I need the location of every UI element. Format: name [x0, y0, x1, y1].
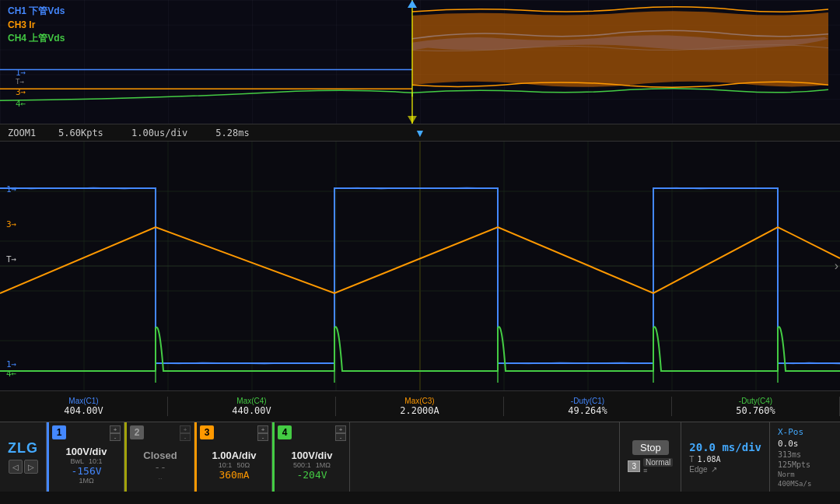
- meas-duty-c1-label: -Duty(C1): [504, 397, 671, 405]
- trigger-t-label: T: [689, 455, 694, 464]
- trigger-t-value: 1.08A: [697, 455, 720, 464]
- meas-max-c1-label: Max(C1): [0, 397, 167, 405]
- ch4-minus[interactable]: -: [335, 433, 346, 441]
- ch4-sub1: 500:1: [293, 461, 311, 469]
- ch1-badge: 1: [52, 425, 66, 439]
- ch3-plus[interactable]: +: [257, 425, 268, 433]
- xpos-label: X-Pos: [778, 427, 832, 437]
- ch4-div: 100V/div: [292, 450, 333, 461]
- stop-section: Stop 3 Normal ≡: [620, 422, 681, 492]
- ch1-plus[interactable]: +: [110, 425, 121, 433]
- meas-max-c3-value: 2.2000A: [336, 405, 503, 416]
- zlg-logo-section: ZLG ◁ ▷: [0, 422, 47, 492]
- overview-waveform-svg: [0, 0, 840, 124]
- normal-mode-text: Normal ≡: [643, 458, 673, 474]
- ch4-legend-label: CH4 上管Vds: [8, 32, 65, 45]
- ch4-badge: 4: [278, 425, 292, 439]
- t-arrow-overview: T→: [16, 78, 24, 86]
- meas-max-c4: Max(C4) 440.00V: [168, 397, 336, 416]
- stop-button[interactable]: Stop: [632, 440, 669, 455]
- mode-display: 3 Normal ≡: [628, 458, 673, 474]
- ch3-sub1: 10:1: [219, 461, 233, 469]
- zlg-logo: ZLG: [8, 440, 38, 457]
- right-controls-area: Stop 3 Normal ≡ 20.0 ms/div T 1.08A: [619, 422, 840, 492]
- ch1-pm[interactable]: + -: [110, 425, 121, 441]
- status-spacer: [350, 422, 619, 492]
- ch3-div: 1.00A/div: [212, 450, 256, 461]
- zoom-info: ZOOM1 5.60Kpts 1.00us/div 5.28ms: [8, 128, 250, 138]
- ch1-sub2: 10:1: [89, 457, 103, 465]
- meas-max-c4-value: 440.00V: [168, 405, 335, 416]
- nav-left-btn[interactable]: ◁: [9, 460, 23, 474]
- ch2-sub: ..: [158, 473, 162, 481]
- ch3-offset: 360mA: [219, 469, 249, 481]
- meas-max-c4-label: Max(C4): [168, 397, 335, 405]
- ch1-minus[interactable]: -: [110, 433, 121, 441]
- ch1-sub3: 1MΩ: [79, 477, 93, 485]
- time-div-section: 20.0 ms/div T 1.08A Edge ↗: [681, 422, 770, 492]
- ch2-badge: 2: [130, 425, 144, 439]
- measurement-bar: Max(C1) 404.00V Max(C4) 440.00V Max(C3) …: [0, 390, 840, 422]
- overview-area: CH1 下管Vds CH3 Ir CH4 上管Vds 1→ 3→ 4← T→: [0, 0, 840, 124]
- status-bar: ZLG ◁ ▷ 1 100V/div BwL 10:1 -156V 1MΩ + …: [0, 422, 840, 492]
- zoom-waveform-svg: [0, 142, 840, 390]
- ch1-sub1: BwL: [70, 457, 84, 465]
- overview-legend: CH1 下管Vds CH3 Ir CH4 上管Vds: [8, 5, 65, 45]
- ch1-arrow-overview: 1→: [16, 68, 26, 78]
- norm-label: Norm: [778, 471, 832, 478]
- ch1-legend-label: CH1 下管Vds: [8, 5, 65, 18]
- ch3-marker-zoom: 3→: [6, 219, 16, 229]
- sample-rate: 313ms: [778, 450, 832, 459]
- ch2-minus[interactable]: -: [180, 433, 191, 441]
- meas-max-c1: Max(C1) 404.00V: [0, 397, 168, 416]
- ch3-block[interactable]: 3 1.00A/div 10:1 50Ω 360mA + -: [194, 422, 272, 492]
- ch3-legend-label: CH3 Ir: [8, 19, 65, 30]
- ch4-pm[interactable]: + -: [335, 425, 346, 441]
- ch1-offset: -156V: [71, 465, 101, 477]
- edge-label: Edge: [689, 465, 707, 474]
- t-marker-zoom: T→: [6, 254, 16, 264]
- sample-section: X-Pos 0.0s 313ms 125Mpts Norm 400MSa/s: [770, 422, 840, 492]
- ch3-arrow-overview: 3→: [16, 87, 26, 97]
- trigger-ch-icon: 3: [628, 460, 640, 472]
- meas-duty-c1: -Duty(C1) 49.264%: [504, 397, 672, 416]
- meas-max-c3-label: Max(C3): [336, 397, 503, 405]
- ch3-pm[interactable]: + -: [257, 425, 268, 441]
- nav-right-btn[interactable]: ▷: [24, 460, 38, 474]
- time-div-value: 20.0 ms/div: [689, 441, 761, 453]
- adc-rate: 400MSa/s: [778, 480, 832, 488]
- meas-duty-c4-value: 50.760%: [672, 405, 839, 416]
- meas-max-c3: Max(C3) 2.2000A: [336, 397, 504, 416]
- edge-row: Edge ↗: [689, 465, 761, 474]
- ch3-sub2: 50Ω: [236, 461, 250, 469]
- ch2-div: Closed: [143, 450, 177, 461]
- ch2-pm[interactable]: + -: [180, 425, 191, 441]
- meas-duty-c1-value: 49.264%: [504, 405, 671, 416]
- ch3-minus[interactable]: -: [257, 433, 268, 441]
- ch4-marker-zoom: 4←: [6, 369, 16, 379]
- normal-icon: ≡: [643, 467, 673, 474]
- edge-icon: ↗: [711, 465, 717, 474]
- zoom-area: T→ 1→ 3→ 1→ 4← ›: [0, 142, 840, 390]
- sample-mpts: 125Mpts: [778, 460, 832, 469]
- ch4-sub2: 1MΩ: [316, 461, 331, 469]
- xpos-val: 0.0s: [778, 439, 832, 449]
- ch4-arrow-overview: 4←: [16, 99, 26, 109]
- ch2-plus[interactable]: +: [180, 425, 191, 433]
- normal-label: Normal: [643, 458, 673, 467]
- ch1-block[interactable]: 1 100V/div BwL 10:1 -156V 1MΩ + -: [47, 422, 124, 492]
- scope-container: CH1 下管Vds CH3 Ir CH4 上管Vds 1→ 3→ 4← T→ Z…: [0, 0, 840, 504]
- nav-buttons[interactable]: ◁ ▷: [9, 460, 38, 474]
- ch3-badge: 3: [200, 425, 214, 439]
- right-edge-marker: ›: [835, 259, 838, 273]
- meas-duty-c4-label: -Duty(C4): [672, 397, 839, 405]
- ch4-offset: -204V: [296, 469, 327, 481]
- ch1-div: 100V/div: [66, 446, 107, 457]
- ch4-plus[interactable]: +: [335, 425, 346, 433]
- ch4-block[interactable]: 4 100V/div 500:1 1MΩ -204V + -: [272, 422, 350, 492]
- meas-max-c1-value: 404.00V: [0, 405, 167, 416]
- ch2-block[interactable]: 2 Closed -- .. + -: [124, 422, 194, 492]
- meas-duty-c4: -Duty(C4) 50.760%: [672, 397, 840, 416]
- ch2-offset: --: [154, 461, 166, 473]
- trigger-row: T 1.08A: [689, 455, 761, 464]
